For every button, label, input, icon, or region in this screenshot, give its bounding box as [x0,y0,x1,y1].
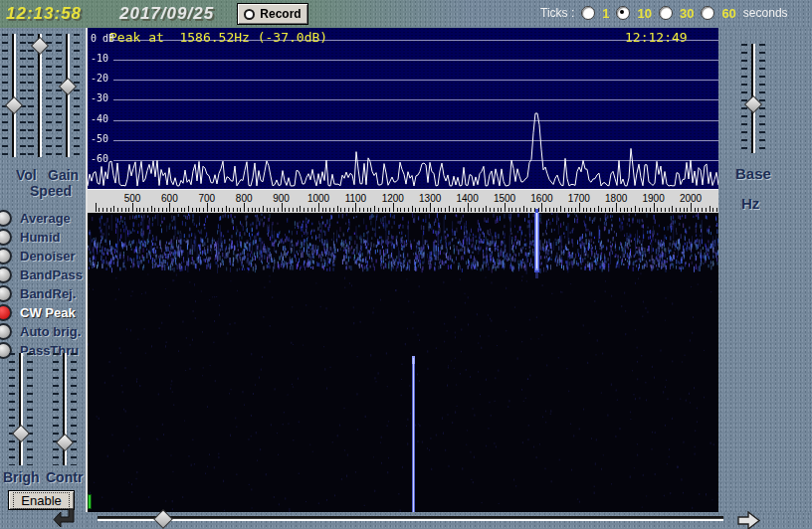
ticks-option-label-1[interactable]: 1 [602,6,609,21]
base-slider-ticks [759,44,765,153]
ruler-tick [106,208,107,212]
toggle-humid[interactable]: Humid [0,228,88,247]
ticks-option-label-60[interactable]: 60 [721,6,735,21]
left-control-panel: AverageHumidDenoiserBandPassBandRej.CW P… [0,28,88,512]
ruler-tick [255,208,256,212]
scroll-left-arrow-icon[interactable] [53,508,78,529]
ruler-tick [712,208,713,212]
spectrum-trace-canvas[interactable] [88,28,718,189]
ticks-radio-1[interactable] [581,6,595,20]
ruler-tick [400,208,401,212]
led-indicator-icon[interactable] [0,248,12,264]
ruler-tick [244,203,245,212]
led-indicator-icon[interactable] [0,210,12,227]
scroll-right-arrow-icon[interactable] [737,511,761,529]
ruler-tick [408,208,409,212]
led-indicator-icon[interactable] [0,323,12,340]
ruler-tick [229,208,230,212]
toggle-label: Average [20,211,71,226]
toggle-label: Denoiser [20,249,76,264]
ruler-tick [322,208,323,212]
ruler-tick [698,208,699,212]
toggle-auto-brig[interactable]: Auto brig. [0,322,88,341]
vol-label: Vol [16,167,37,183]
ruler-tick [430,203,431,212]
ruler-tick [665,208,666,212]
ruler-tick [479,208,480,212]
ruler-tick [188,206,189,212]
ruler-tick [468,203,469,212]
ruler-tick [575,208,576,212]
ruler-tick [471,208,472,212]
slider-speed [28,34,52,157]
led-indicator-icon[interactable] [0,304,12,321]
ruler-tick [110,208,111,212]
led-indicator-icon[interactable] [0,229,12,246]
frequency-ruler[interactable]: 5006007008009001000110012001300140015001… [88,189,718,213]
ruler-tick [523,206,524,212]
base-slider-ticks [741,44,747,153]
ruler-tick [359,208,360,212]
ruler-tick [393,203,394,212]
ticks-radio-10[interactable] [616,6,630,20]
toggle-denoiser[interactable]: Denoiser [0,247,88,265]
record-button[interactable]: Record [237,3,308,25]
ticks-option-label-10[interactable]: 10 [637,6,651,21]
frequency-scrollbar-thumb[interactable] [153,509,173,529]
ruler-tick [556,208,557,212]
ticks-option-label-30[interactable]: 30 [680,6,694,21]
toggle-bandrej[interactable]: BandRej. [0,284,88,303]
ruler-tick [716,208,717,212]
ruler-tick [196,208,197,212]
ruler-tick [370,208,371,212]
db-axis-label: -30 [91,92,108,103]
current-time: 12:13:58 [6,4,82,24]
enable-button[interactable]: Enable [8,490,75,510]
ruler-tick [154,208,155,212]
ruler-tick [274,208,275,212]
ruler-tick [526,208,527,212]
ruler-tick [508,208,509,212]
brigh-slider-track[interactable] [19,353,23,465]
ruler-frequency-label: 1500 [494,193,515,204]
ruler-tick [263,206,264,212]
ruler-tick [650,208,651,212]
ruler-tick [609,208,610,212]
ruler-tick [434,208,435,212]
toggle-label: BandPass [20,267,83,282]
toggle-cw-peak[interactable]: CW Peak [0,303,88,322]
waterfall-display[interactable] [88,213,718,512]
ruler-frequency-label: 1800 [605,193,627,204]
spectrum-display[interactable]: Peak at 1586.52Hz (-37.0dB) 12:12:49 0 d… [88,28,718,189]
led-indicator-icon[interactable] [0,266,12,283]
ruler-tick [385,208,386,212]
toggle-average[interactable]: Average [0,209,88,228]
ruler-tick [590,208,591,212]
slider-brigh [9,353,33,465]
waterfall-canvas[interactable] [88,213,718,512]
brigh-slider-ticks [9,353,15,465]
ruler-frequency-label: 1600 [530,193,552,204]
ticks-radio-60[interactable] [701,6,714,20]
ruler-tick [438,208,439,212]
ruler-tick [511,208,512,212]
ruler-tick [136,208,137,212]
slider-contr [53,353,77,465]
input-level-indicator [88,494,92,509]
led-indicator-icon[interactable] [0,285,12,302]
toggle-bandpass[interactable]: BandPass [0,265,88,284]
ruler-tick [293,208,294,212]
ruler-tick [486,206,487,212]
ruler-tick [594,208,595,212]
ticks-radio-30[interactable] [659,6,673,20]
frequency-scrollbar-track[interactable] [98,516,723,521]
ruler-frequency-label: 1700 [568,193,590,204]
ruler-frequency-label: 600 [161,193,178,204]
ruler-tick [654,203,655,212]
ruler-tick [139,208,140,212]
ruler-tick [333,208,334,212]
gain-slider-ticks [56,34,62,157]
speed-slider-ticks [46,34,52,157]
ruler-tick [102,208,103,212]
ruler-tick [211,208,212,212]
